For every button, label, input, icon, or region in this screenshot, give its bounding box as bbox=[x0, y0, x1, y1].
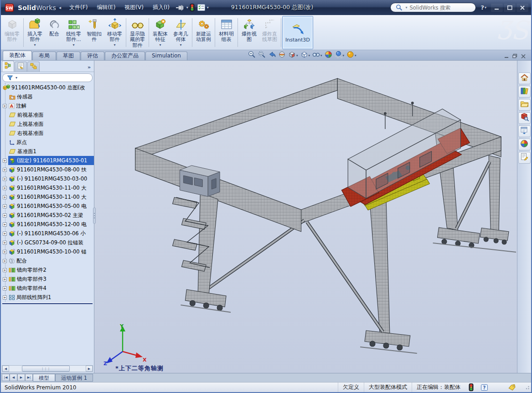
section-view-button[interactable] bbox=[277, 50, 287, 61]
search-box[interactable]: ▾ bbox=[390, 3, 476, 12]
doc-close-button[interactable] bbox=[521, 52, 526, 60]
assembly-features-button[interactable]: 装配体特征▾ bbox=[150, 16, 170, 49]
view-palette-button[interactable] bbox=[518, 125, 531, 137]
exploded-view-button[interactable]: 爆炸视图 bbox=[239, 16, 259, 49]
dropdown-arrow-icon[interactable]: ▾ bbox=[320, 54, 322, 57]
expand-toggle-icon[interactable]: + bbox=[3, 286, 7, 290]
tree-item[interactable]: +配合 bbox=[1, 256, 94, 265]
expand-toggle-icon[interactable]: + bbox=[3, 241, 7, 245]
file-explorer-button[interactable] bbox=[518, 99, 531, 111]
tab-草图[interactable]: 草图 bbox=[57, 52, 80, 60]
close-button[interactable] bbox=[517, 4, 528, 12]
dropdown-arrow-icon[interactable]: ▾ bbox=[343, 54, 345, 57]
menu-item[interactable]: 视图(V) bbox=[120, 2, 148, 13]
view-orientation-button[interactable]: ▾ bbox=[287, 50, 299, 61]
dropdown-arrow-icon[interactable]: ▾ bbox=[355, 54, 356, 57]
bill-of-materials-button[interactable]: 材料明细表 bbox=[216, 16, 237, 49]
minimize-button[interactable] bbox=[491, 4, 503, 12]
show-hidden-components-button[interactable]: 显示隐藏的零部件 bbox=[127, 16, 148, 49]
graphics-viewport[interactable]: Y X Z *上下二等角轴测 bbox=[94, 61, 517, 373]
tree-item[interactable]: +(-) GCS0734-09-00 拉锚装 bbox=[1, 238, 94, 247]
edit-appearance-button[interactable] bbox=[324, 50, 333, 61]
menu-collapse-arrow-icon[interactable]: ◂ bbox=[59, 5, 61, 10]
mate-button[interactable]: 配合 bbox=[45, 16, 63, 49]
pin-dropdown-arrow-icon[interactable]: ▾ bbox=[186, 5, 188, 10]
traffic-light-icon[interactable] bbox=[190, 4, 195, 11]
expand-toggle-icon[interactable]: + bbox=[3, 232, 7, 236]
tree-item[interactable]: +911601RMG4530-02 主梁 bbox=[1, 211, 94, 220]
dropdown-arrow-icon[interactable]: ▾ bbox=[180, 43, 181, 47]
tree-item[interactable]: 传感器 bbox=[1, 92, 94, 101]
scrollbar-thumb[interactable]: ❘❘❘ bbox=[22, 366, 70, 372]
doc-restore-button[interactable] bbox=[512, 52, 517, 60]
tab-装配体[interactable]: 装配体 bbox=[3, 51, 32, 60]
apply-scene-button[interactable]: ▾ bbox=[334, 50, 346, 61]
tree-item[interactable]: +911601RMG4530-05-00 电 bbox=[1, 202, 94, 211]
next-tab-button[interactable]: ▶ bbox=[17, 374, 25, 381]
instant3d-button[interactable]: Instant3D bbox=[282, 16, 313, 49]
view-settings-button[interactable]: ▾ bbox=[346, 50, 357, 61]
tree-item[interactable]: +911601RMG4530-08-00 扶 bbox=[1, 165, 94, 174]
smart-fasteners-button[interactable]: 智能扣件 bbox=[84, 16, 104, 49]
linear-component-pattern-button[interactable]: 线性零部件...▾ bbox=[63, 16, 84, 49]
dropdown-arrow-icon[interactable]: ▾ bbox=[34, 43, 36, 47]
first-tab-button[interactable]: |◀ bbox=[2, 374, 10, 381]
expand-toggle-icon[interactable]: + bbox=[3, 259, 7, 263]
sheet-tab-模型[interactable]: 模型 bbox=[33, 374, 55, 382]
propertymanager-tab[interactable] bbox=[15, 62, 27, 72]
pin-menu-icon[interactable] bbox=[176, 5, 185, 11]
menu-item[interactable]: 编辑(E) bbox=[92, 2, 120, 13]
tree-item[interactable]: 原点 bbox=[1, 138, 94, 147]
zoom-to-area-button[interactable] bbox=[257, 50, 267, 61]
rollback-bar[interactable] bbox=[2, 303, 93, 304]
tab-Simulation[interactable]: Simulation bbox=[145, 52, 187, 60]
tree-filter-box[interactable]: ▾ bbox=[2, 73, 93, 82]
expand-toggle-icon[interactable]: + bbox=[3, 295, 7, 300]
3d-model-crane[interactable] bbox=[94, 61, 517, 373]
dropdown-arrow-icon[interactable]: ▾ bbox=[309, 54, 310, 57]
dropdown-arrow-icon[interactable]: ▾ bbox=[159, 43, 161, 47]
search-dropdown-arrow-icon[interactable]: ▾ bbox=[405, 5, 407, 10]
appearances-scenes-button[interactable] bbox=[518, 139, 531, 150]
help-button[interactable]: ? bbox=[480, 4, 484, 11]
tree-item[interactable]: +911601RMG4530-12-00 电 bbox=[1, 220, 94, 229]
custom-properties-button[interactable] bbox=[518, 152, 531, 164]
design-library-button[interactable] bbox=[518, 86, 531, 98]
panel-flyout-chevron[interactable]: » bbox=[85, 64, 93, 72]
maximize-button[interactable] bbox=[504, 4, 516, 12]
tree-item[interactable]: +镜向零部件2 bbox=[1, 265, 94, 274]
featuremanager-tree-tab[interactable] bbox=[2, 61, 14, 72]
configurationmanager-tab[interactable] bbox=[27, 62, 40, 72]
tree-item[interactable]: 911601RMG4530-00 总图(改 bbox=[1, 83, 94, 92]
search-input[interactable] bbox=[408, 4, 468, 11]
traffic-light-status-icon[interactable] bbox=[469, 383, 474, 391]
expand-toggle-icon[interactable]: + bbox=[3, 177, 7, 181]
menu-item[interactable]: 文件(F) bbox=[65, 2, 92, 13]
dropdown-arrow-icon[interactable]: ▾ bbox=[296, 54, 298, 57]
zoom-to-fit-button[interactable] bbox=[247, 50, 257, 61]
panel-splitter-handle[interactable] bbox=[93, 207, 96, 224]
hide-show-items-button[interactable]: ▾ bbox=[311, 50, 323, 61]
expand-toggle-icon[interactable]: + bbox=[3, 159, 7, 163]
previous-view-button[interactable] bbox=[267, 50, 277, 61]
expand-toggle-icon[interactable]: + bbox=[3, 186, 7, 190]
tree-item[interactable]: 基准面1 bbox=[1, 147, 94, 156]
tree-item[interactable]: 右视基准面 bbox=[1, 129, 94, 138]
tree-item[interactable]: +911601RMG4530-10-00 锚 bbox=[1, 247, 94, 256]
expand-toggle-icon[interactable]: + bbox=[3, 104, 7, 108]
tree-horizontal-scrollbar[interactable]: ◀ ❘❘❘ ▶ bbox=[2, 365, 93, 372]
tree-item[interactable]: +A注解 bbox=[1, 101, 94, 110]
expand-toggle-icon[interactable]: + bbox=[3, 268, 7, 272]
dropdown-arrow-icon[interactable]: ▾ bbox=[114, 43, 115, 47]
search-button[interactable] bbox=[518, 112, 531, 124]
tree-item[interactable]: +(固定) 911601RMG4530-01 bbox=[1, 156, 94, 165]
display-style-button[interactable]: ▾ bbox=[300, 50, 311, 61]
tree-item[interactable]: +911601RMG4530-11-00 大 bbox=[1, 192, 94, 202]
expand-toggle-icon[interactable]: + bbox=[3, 204, 7, 208]
tree-item[interactable]: 前视基准面 bbox=[1, 110, 94, 119]
tree-item[interactable]: +(-) 911601RMG4530-06 小 bbox=[1, 229, 94, 238]
sheet-tab-运动算例 1[interactable]: 运动算例 1 bbox=[55, 374, 93, 382]
tree-item[interactable]: +镜向零部件4 bbox=[1, 284, 94, 293]
tab-办公室产品[interactable]: 办公室产品 bbox=[105, 52, 145, 60]
tree-item[interactable]: +镜向零部件3 bbox=[1, 274, 94, 284]
